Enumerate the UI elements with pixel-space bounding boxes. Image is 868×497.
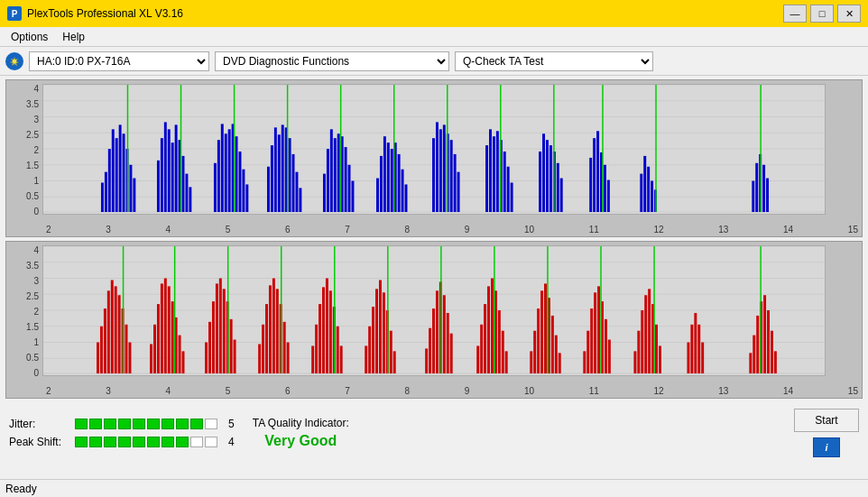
bottom-chart-x-axis: 2 3 4 5 6 7 8 9 10 11 12 13 14 15	[42, 386, 862, 396]
drive-selector[interactable]: HA:0 ID:0 PX-716A	[29, 51, 209, 71]
svg-rect-138	[128, 343, 131, 374]
svg-rect-178	[337, 327, 339, 373]
svg-rect-148	[179, 336, 181, 373]
svg-rect-30	[185, 174, 188, 212]
svg-rect-214	[544, 283, 547, 373]
svg-rect-26	[171, 143, 174, 212]
svg-rect-71	[398, 154, 401, 212]
svg-rect-188	[390, 331, 392, 373]
svg-rect-108	[640, 174, 642, 212]
svg-rect-172	[315, 325, 318, 373]
svg-rect-240	[694, 313, 697, 373]
svg-rect-230	[637, 331, 640, 373]
svg-rect-218	[559, 353, 561, 373]
peak-shift-bar	[75, 437, 217, 447]
info-button[interactable]: i	[813, 437, 840, 457]
svg-rect-89	[503, 152, 506, 212]
svg-rect-194	[436, 290, 439, 373]
svg-rect-216	[551, 316, 554, 373]
svg-rect-143	[161, 283, 163, 373]
maximize-button[interactable]: □	[810, 5, 834, 23]
svg-rect-245	[756, 316, 759, 373]
jitter-seg-10	[205, 419, 217, 429]
svg-rect-221	[586, 331, 589, 373]
svg-rect-185	[379, 280, 382, 373]
top-chart-svg	[43, 85, 825, 214]
svg-rect-241	[697, 325, 700, 373]
svg-rect-115	[755, 163, 758, 212]
svg-rect-37	[228, 129, 231, 212]
svg-rect-66	[380, 156, 383, 212]
svg-rect-69	[391, 149, 393, 212]
metrics-panel: Jitter: 5 Peak Shift:	[9, 418, 235, 448]
minimize-button[interactable]: —	[783, 5, 807, 23]
svg-rect-229	[633, 351, 636, 373]
jitter-seg-2	[89, 419, 102, 429]
function-selector[interactable]: DVD Diagnostic Functions	[215, 51, 449, 71]
svg-rect-247	[763, 295, 766, 373]
svg-rect-182	[368, 327, 371, 373]
svg-rect-117	[762, 165, 765, 212]
ta-quality-panel: TA Quality Indicator: Very Good	[253, 417, 349, 449]
svg-rect-130	[100, 327, 103, 373]
svg-rect-196	[443, 295, 446, 373]
svg-rect-137	[125, 325, 128, 373]
svg-rect-231	[641, 310, 643, 373]
svg-rect-51	[292, 154, 295, 212]
svg-rect-72	[402, 170, 404, 212]
jitter-seg-9	[190, 419, 203, 429]
menu-options[interactable]: Options	[4, 29, 55, 45]
svg-rect-175	[326, 279, 328, 374]
svg-rect-222	[590, 308, 593, 373]
svg-rect-39	[235, 136, 238, 212]
start-button[interactable]: Start	[794, 409, 859, 432]
svg-rect-159	[234, 340, 236, 373]
title-bar: P PlexTools Professional XL V3.16 — □ ✕	[0, 0, 868, 27]
peak-seg-8	[176, 437, 189, 447]
svg-rect-162	[262, 325, 264, 373]
svg-rect-29	[182, 156, 185, 212]
menu-help[interactable]: Help	[55, 29, 92, 45]
svg-rect-42	[245, 184, 248, 212]
svg-rect-235	[655, 325, 658, 373]
svg-rect-166	[276, 289, 279, 373]
jitter-bar	[75, 419, 217, 429]
svg-rect-99	[560, 179, 563, 212]
close-button[interactable]: ✕	[837, 5, 861, 23]
svg-rect-98	[557, 163, 559, 212]
svg-rect-203	[487, 286, 490, 373]
peak-seg-10	[205, 437, 217, 447]
peak-seg-4	[118, 437, 131, 447]
svg-rect-223	[594, 292, 596, 373]
svg-rect-90	[507, 167, 510, 212]
svg-rect-207	[502, 331, 504, 373]
test-selector[interactable]: Q-Check TA Test	[455, 51, 653, 71]
main-content: 4 3.5 3 2.5 2 1.5 1 0.5 0	[0, 76, 868, 402]
svg-rect-85	[489, 129, 492, 212]
ta-quality-label: TA Quality Indicator:	[253, 417, 349, 429]
bottom-chart-inner	[42, 245, 826, 376]
svg-rect-191	[425, 348, 428, 373]
svg-rect-244	[753, 336, 755, 373]
svg-rect-140	[150, 344, 152, 373]
svg-rect-106	[607, 180, 610, 213]
svg-rect-227	[608, 340, 611, 373]
svg-rect-243	[749, 353, 752, 373]
svg-rect-76	[436, 122, 439, 212]
svg-rect-19	[129, 165, 132, 212]
svg-rect-62	[348, 165, 351, 212]
svg-rect-154	[216, 283, 218, 373]
svg-rect-208	[505, 351, 508, 373]
svg-rect-176	[329, 290, 332, 373]
svg-rect-22	[157, 161, 160, 212]
svg-rect-212	[537, 308, 540, 373]
svg-rect-141	[153, 325, 156, 373]
peak-seg-3	[104, 437, 116, 447]
svg-rect-93	[539, 152, 541, 212]
svg-rect-14	[112, 129, 115, 212]
svg-rect-134	[115, 286, 117, 373]
svg-rect-144	[164, 279, 167, 374]
svg-rect-114	[752, 181, 754, 213]
peak-shift-row: Peak Shift: 4	[9, 436, 235, 448]
svg-rect-17	[123, 133, 125, 212]
